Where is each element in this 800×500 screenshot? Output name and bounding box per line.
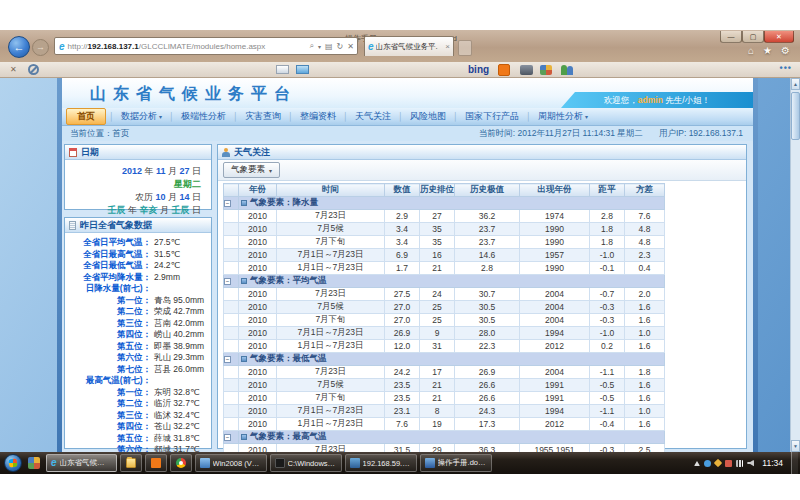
taskbar-button-5[interactable]: 192.168.59.99...	[345, 454, 417, 472]
calendar-icon	[69, 148, 77, 157]
word-icon	[425, 458, 435, 468]
cell: 25	[420, 301, 455, 314]
col-header-0[interactable]: 年份	[239, 184, 277, 197]
col-header-4[interactable]: 历史极值	[455, 184, 520, 197]
close-button[interactable]: ✕	[764, 31, 794, 43]
nav-item-0[interactable]: 首页	[66, 108, 106, 125]
cell: 27.0	[385, 301, 420, 314]
people-icon[interactable]	[560, 65, 574, 75]
maximize-button[interactable]: ▢	[742, 31, 764, 43]
url-text[interactable]: http://192.168.137.1/GLCCLIMATE/modules/…	[68, 42, 266, 51]
palette-icon[interactable]	[540, 65, 552, 75]
tab-close-icon[interactable]: ×	[445, 42, 450, 51]
collapse-icon[interactable]: –	[224, 278, 231, 285]
cmd-icon	[275, 458, 285, 468]
group-label-text: 气象要素：最低气温	[250, 353, 327, 363]
cell: -0.3	[590, 301, 625, 314]
collapse-icon[interactable]: –	[224, 356, 231, 363]
col-header-2[interactable]: 数值	[385, 184, 420, 197]
nav-item-2[interactable]: 极端性分析	[174, 110, 233, 123]
taskbar-button-2[interactable]	[170, 454, 192, 472]
tray-action-center-icon[interactable]	[725, 460, 732, 467]
more-options[interactable]: •••	[780, 63, 792, 73]
user-ip: 用户IP: 192.168.137.1	[659, 126, 743, 141]
tray-help-icon[interactable]	[704, 460, 711, 467]
search-icon[interactable]: ⌕	[310, 41, 314, 51]
aero-glass-titlebar: 操作手册.docx - Microsoft Word — ▢ ✕ ← → e h…	[0, 30, 800, 62]
nav-item-4[interactable]: 整编资料	[293, 110, 343, 123]
group-expander[interactable]: –	[224, 353, 239, 366]
weather-rank-row: 第六位：乳山 29.3mm	[65, 352, 211, 364]
tray-volume-icon[interactable]	[747, 460, 754, 467]
cards-icon[interactable]	[276, 65, 289, 74]
screen: 操作手册.docx - Microsoft Word — ▢ ✕ ← → e h…	[0, 0, 800, 500]
cell: 19	[420, 418, 455, 431]
taskbar-button-6[interactable]: 操作手册.docx ...	[420, 454, 492, 472]
camera-icon[interactable]	[520, 65, 533, 75]
weekday: 星期二	[69, 178, 201, 191]
tray-expand-icon[interactable]	[694, 461, 700, 466]
minimize-button[interactable]: —	[720, 31, 742, 43]
chevron-down-icon[interactable]: ▾	[318, 43, 321, 50]
tray-network-icon[interactable]	[736, 460, 743, 467]
taskbar-clock[interactable]: 11:34	[762, 458, 783, 468]
addon-close-icon[interactable]: ✕	[10, 65, 17, 74]
nav-item-1[interactable]: 数据分析▾	[114, 110, 169, 123]
rank-label: 第七位：	[65, 364, 151, 376]
orange-app-icon[interactable]	[498, 64, 510, 76]
col-header-6[interactable]: 距平	[590, 184, 625, 197]
col-header-7[interactable]: 方差	[625, 184, 665, 197]
nav-item-6[interactable]: 风险地图	[403, 110, 453, 123]
home-icon[interactable]: ⌂	[748, 45, 754, 56]
back-button[interactable]: ←	[8, 36, 30, 58]
taskbar-button-3[interactable]: Win2008 (VS2...	[195, 454, 267, 472]
scrollbar-thumb[interactable]	[791, 92, 800, 140]
nav-item-5[interactable]: 天气关注	[348, 110, 398, 123]
start-button[interactable]	[4, 454, 22, 472]
taskbar-button-1[interactable]	[145, 454, 167, 472]
group-expander[interactable]: –	[224, 431, 239, 444]
table-row: 20107月5候3.43523.719901.84.8	[224, 223, 665, 236]
new-tab-button[interactable]	[458, 40, 472, 56]
collapse-icon[interactable]: –	[224, 434, 231, 441]
scroll-up-arrow-icon[interactable]: ▲	[791, 78, 800, 90]
cell-expander	[224, 392, 239, 405]
scroll-down-arrow-icon[interactable]: ▼	[791, 440, 800, 452]
bing-logo[interactable]: bing	[468, 64, 489, 75]
taskbar-button-0[interactable]	[120, 454, 142, 472]
stop-icon[interactable]: ✕	[347, 42, 354, 51]
nav-item-3[interactable]: 灾害查询	[238, 110, 288, 123]
cell: 1955,1951	[520, 444, 590, 453]
tray-alert-icon[interactable]	[714, 459, 722, 467]
address-bar[interactable]: e http://192.168.137.1/GLCCLIMATE/module…	[54, 37, 358, 55]
favorites-star-icon[interactable]: ★	[763, 45, 772, 56]
group-expander[interactable]: –	[224, 275, 239, 288]
nav-item-8[interactable]: 周期性分析▾	[531, 110, 595, 123]
mail-icon[interactable]	[296, 65, 309, 74]
vertical-scrollbar[interactable]: ▲ ▼	[790, 78, 800, 452]
breadcrumb-bar: 当前位置：首页 当前时间: 2012年11月27日 11:14:31 星期二 用…	[62, 126, 753, 141]
rank-value: 临沭 32.4℃	[151, 410, 199, 422]
taskbar-button-4[interactable]: C:\Windows\s...	[270, 454, 342, 472]
cell: 1957	[520, 249, 590, 262]
weather-rank-row: 第四位：苍山 32.2℃	[65, 421, 211, 433]
settings-gear-icon[interactable]: ⚙	[781, 45, 790, 56]
pinned-app-icon[interactable]	[28, 457, 40, 469]
page-body: 日期 2012 年 11 月 27 日 星期二 农历 10 月 14 日 壬辰 …	[62, 141, 753, 452]
forward-button[interactable]: →	[32, 39, 49, 56]
refresh-icon[interactable]: ↻	[337, 42, 344, 51]
collapse-icon[interactable]: –	[224, 200, 231, 207]
nav-item-7[interactable]: 国家下行产品	[458, 110, 526, 123]
col-header-1[interactable]: 时间	[277, 184, 385, 197]
col-header-5[interactable]: 出现年份	[520, 184, 590, 197]
compatibility-icon[interactable]: ▤	[325, 42, 333, 51]
group-expander[interactable]: –	[224, 197, 239, 210]
taskbar-active-window[interactable]: e 山东省气候业务平...	[46, 454, 117, 472]
col-header-3[interactable]: 历史排位	[420, 184, 455, 197]
element-selector-button[interactable]: 气象要素▾	[223, 162, 280, 178]
show-desktop-button[interactable]	[791, 452, 798, 474]
rank-value: 乳山 29.3mm	[151, 352, 204, 364]
table-row: 20107月5候23.52126.61991-0.51.6	[224, 379, 665, 392]
browser-tab[interactable]: e 山东省气候业务平... ×	[364, 36, 454, 56]
cell: 35	[420, 223, 455, 236]
